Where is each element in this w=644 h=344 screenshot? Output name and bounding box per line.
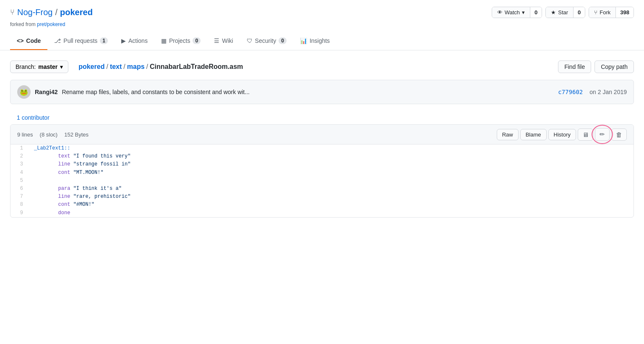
line-number: 7 bbox=[10, 193, 27, 201]
line-code: text "I found this very" bbox=[27, 152, 634, 160]
repo-actions: 👁 Watch ▾ 0 ★ Star 0 ⑂ Fork bbox=[488, 7, 634, 18]
table-row: 4 cont "MT.MOON!" bbox=[10, 169, 634, 177]
file-sloc: (8 sloc) bbox=[40, 131, 58, 138]
tab-actions[interactable]: ▶ Actions bbox=[115, 32, 154, 50]
copy-path-button[interactable]: Copy path bbox=[594, 60, 634, 73]
find-file-button[interactable]: Find file bbox=[558, 60, 591, 73]
tab-security[interactable]: 🛡 Security 0 bbox=[240, 32, 293, 50]
line-number: 4 bbox=[10, 169, 27, 177]
desktop-icon: 🖥 bbox=[582, 131, 589, 138]
insights-icon: 📊 bbox=[300, 37, 307, 44]
commit-sha-link[interactable]: c779602 bbox=[558, 89, 583, 95]
watch-dropdown-icon: ▾ bbox=[522, 9, 525, 16]
star-button[interactable]: ★ Star bbox=[546, 7, 573, 18]
path-repo-link[interactable]: pokered bbox=[78, 63, 104, 71]
forked-source-link[interactable]: pret/pokered bbox=[37, 21, 65, 27]
tab-actions-label: Actions bbox=[128, 37, 148, 44]
table-row: 5 bbox=[10, 177, 634, 185]
commit-right: c779602 on 2 Jan 2019 bbox=[558, 89, 627, 95]
avatar: 🐸 bbox=[17, 85, 31, 99]
tab-projects-label: Projects bbox=[169, 37, 190, 44]
fork-label: Fork bbox=[600, 9, 610, 16]
table-row: 1 _Lab2Text1:: bbox=[10, 144, 634, 152]
code-icon: <> bbox=[17, 37, 23, 44]
desktop-icon-button[interactable]: 🖥 bbox=[578, 129, 593, 141]
tab-code[interactable]: <> Code bbox=[10, 32, 47, 50]
table-row: 8 cont "#MON!" bbox=[10, 201, 634, 209]
tab-projects[interactable]: ▦ Projects 0 bbox=[154, 32, 207, 50]
fork-repo-icon: ⑂ bbox=[10, 8, 15, 17]
forked-from: forked from pret/pokered bbox=[10, 21, 634, 27]
security-icon: 🛡 bbox=[247, 37, 253, 44]
line-code: cont "MT.MOON!" bbox=[27, 169, 634, 177]
path-sep-2: / bbox=[123, 63, 125, 71]
history-button[interactable]: History bbox=[548, 129, 576, 140]
line-code: done bbox=[27, 209, 634, 217]
tab-code-label: Code bbox=[26, 37, 41, 44]
star-icon: ★ bbox=[551, 9, 556, 16]
delete-file-button[interactable]: 🗑 bbox=[611, 129, 627, 141]
blame-button[interactable]: Blame bbox=[520, 129, 547, 140]
table-row: 9 done bbox=[10, 209, 634, 217]
edit-btn-wrapper: ✏ bbox=[595, 128, 610, 141]
file-meta: 9 lines (8 sloc) 152 Bytes bbox=[17, 131, 89, 138]
tab-wiki[interactable]: ☰ Wiki bbox=[207, 32, 240, 50]
line-number: 6 bbox=[10, 185, 27, 193]
path-sep-1: / bbox=[106, 63, 108, 71]
pr-badge: 1 bbox=[100, 37, 108, 44]
repo-owner-link[interactable]: Nog-Frog bbox=[17, 8, 52, 17]
file-path: pokered / text / maps / CinnabarLabTrade… bbox=[78, 63, 558, 71]
line-number: 3 bbox=[10, 160, 27, 168]
line-number: 9 bbox=[10, 209, 27, 217]
contributor-link[interactable]: 1 contributor bbox=[17, 114, 50, 121]
path-filename: CinnabarLabTradeRoom.asm bbox=[150, 63, 243, 71]
commit-info: 🐸 Rangi42 Rename map files, labels, and … bbox=[10, 80, 634, 104]
trash-icon: 🗑 bbox=[616, 131, 622, 138]
path-text-link[interactable]: text bbox=[110, 63, 122, 71]
table-row: 6 para "I think it's a" bbox=[10, 185, 634, 193]
table-row: 2 text "I found this very" bbox=[10, 152, 634, 160]
star-label: Star bbox=[558, 9, 568, 16]
fork-button[interactable]: ⑂ Fork bbox=[589, 7, 615, 18]
line-number: 2 bbox=[10, 152, 27, 160]
repo-header: ⑂ Nog-Frog / pokered 👁 Watch ▾ 0 ★ Star bbox=[0, 0, 644, 50]
table-row: 3 line "strange fossil in" bbox=[10, 160, 634, 168]
tab-pull-requests[interactable]: ⎇ Pull requests 1 bbox=[47, 32, 115, 50]
watch-button[interactable]: 👁 Watch ▾ bbox=[492, 7, 530, 18]
fork-icon-btn: ⑂ bbox=[594, 9, 597, 16]
actions-icon: ▶ bbox=[121, 37, 126, 44]
tab-insights-label: Insights bbox=[310, 37, 330, 44]
breadcrumb-area: Branch: master ▾ pokered / text / maps /… bbox=[10, 60, 558, 73]
watch-label: Watch bbox=[505, 9, 520, 16]
commit-author: Rangi42 bbox=[35, 89, 57, 95]
projects-icon: ▦ bbox=[161, 37, 167, 44]
repo-title: ⑂ Nog-Frog / pokered bbox=[10, 8, 93, 17]
tab-insights[interactable]: 📊 Insights bbox=[293, 32, 336, 50]
repo-nav: <> Code ⎇ Pull requests 1 ▶ Actions ▦ Pr… bbox=[10, 32, 634, 50]
main-content: Branch: master ▾ pokered / text / maps /… bbox=[0, 50, 644, 228]
wiki-icon: ☰ bbox=[214, 37, 219, 44]
raw-button[interactable]: Raw bbox=[497, 129, 519, 140]
line-number: 1 bbox=[10, 144, 27, 152]
repo-name-link[interactable]: pokered bbox=[60, 8, 93, 17]
file-lines: 9 lines bbox=[17, 131, 33, 138]
edit-file-button[interactable]: ✏ bbox=[595, 128, 610, 141]
file-nav-actions: Find file Copy path bbox=[558, 60, 634, 73]
line-number: 5 bbox=[10, 177, 27, 185]
fork-count: 398 bbox=[615, 7, 634, 18]
contributor-info: 1 contributor bbox=[10, 111, 634, 124]
forked-label: forked from bbox=[10, 21, 37, 27]
path-maps-link[interactable]: maps bbox=[127, 63, 145, 71]
security-badge: 0 bbox=[279, 37, 287, 44]
table-row: 7 line "rare, prehistoric" bbox=[10, 193, 634, 201]
star-group: ★ Star 0 bbox=[545, 7, 585, 18]
line-code bbox=[27, 177, 634, 185]
path-sep-3: / bbox=[146, 63, 148, 71]
line-code: line "rare, prehistoric" bbox=[27, 193, 634, 201]
branch-selector[interactable]: Branch: master ▾ bbox=[10, 60, 68, 73]
file-nav: Branch: master ▾ pokered / text / maps /… bbox=[10, 60, 634, 73]
commit-date: on 2 Jan 2019 bbox=[589, 89, 627, 95]
file-actions: Raw Blame History 🖥 ✏ 🗑 bbox=[497, 128, 627, 141]
file-box: 9 lines (8 sloc) 152 Bytes Raw Blame His… bbox=[10, 124, 634, 218]
branch-dropdown-icon: ▾ bbox=[60, 63, 63, 70]
